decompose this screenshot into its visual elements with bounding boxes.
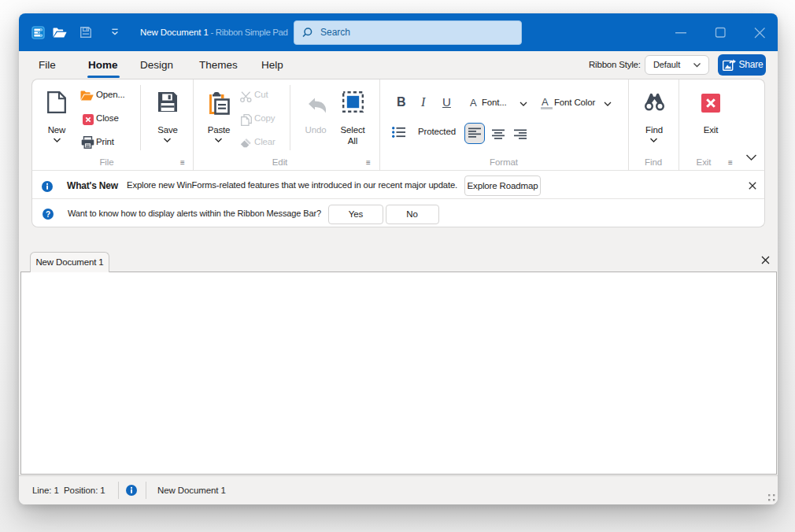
svg-text:?: ?	[46, 209, 50, 218]
